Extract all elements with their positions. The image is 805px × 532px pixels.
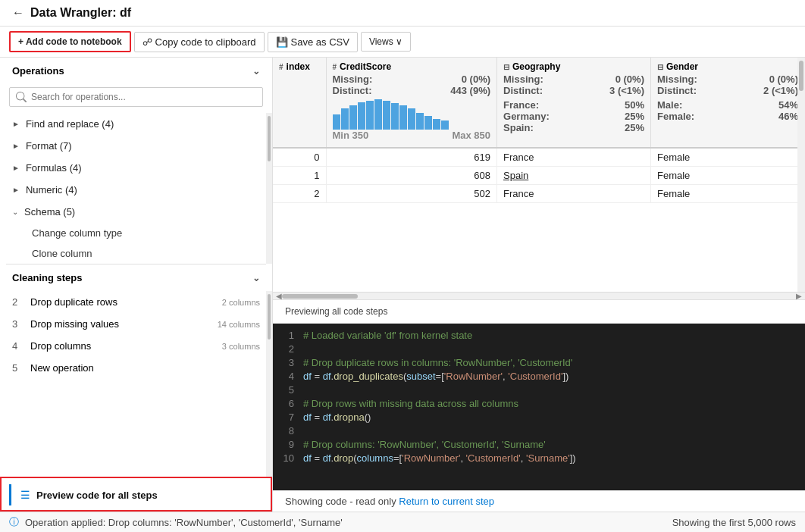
op-item-find-replace[interactable]: ► Find and replace (4) (0, 113, 272, 135)
op-item-format[interactable]: ► Format (7) (0, 135, 272, 157)
code-block: 1 # Loaded variable 'df' from kernel sta… (273, 324, 805, 490)
code-line-7: 7 df = df.dropna() (273, 412, 805, 425)
add-code-button[interactable]: + Add code to notebook (9, 31, 131, 52)
code-preview-header: Previewing all code steps (273, 300, 805, 324)
status-message: Operation applied: Drop columns: 'RowNum… (25, 517, 343, 528)
cleaning-list: 2 Drop duplicate rows 2 columns 3 Drop m… (0, 291, 272, 477)
line-num-10: 10 (273, 452, 303, 466)
h-scroll-right-btn[interactable]: ▶ (796, 292, 802, 300)
creditscore-chart (333, 99, 491, 130)
horizontal-scrollbar[interactable]: ◀ ▶ (273, 292, 805, 299)
cell-geo-0: France (497, 148, 651, 167)
cell-gender-1: Female (651, 167, 805, 185)
chevron-right-icon: ► (12, 186, 20, 194)
vertical-scrollbar[interactable] (797, 58, 805, 292)
line-num-6: 6 (273, 398, 303, 412)
code-line-3: 3 # Drop duplicate rows in columns: 'Row… (273, 357, 805, 371)
code-line-6: 6 # Drop rows with missing data across a… (273, 398, 805, 412)
grid-scroll-area[interactable]: #index #CreditScore Missing:0 (0%) Disti… (273, 58, 805, 292)
ops-search-area (0, 84, 272, 113)
code-footer-text: Showing code - read only (285, 496, 399, 507)
status-bar: ⓘ Operation applied: Drop columns: 'RowN… (0, 512, 805, 532)
cleaning-scroll-thumb[interactable] (268, 294, 271, 340)
operations-list: ► Find and replace (4) ► Format (7) ► Fo… (0, 113, 272, 264)
return-to-step-link[interactable]: Return to current step (399, 496, 494, 507)
op-item-schema[interactable]: ⌄ Schema (5) (0, 201, 272, 223)
bar (441, 120, 449, 130)
back-icon[interactable]: ← (12, 6, 24, 20)
right-panel: #index #CreditScore Missing:0 (0%) Disti… (273, 58, 805, 512)
operations-chevron[interactable]: ⌄ (252, 66, 260, 77)
bar (399, 105, 407, 130)
line-num-1: 1 (273, 330, 303, 343)
col-header-geography: ⊟Geography Missing:0 (0%) Distinct:3 (<1… (497, 58, 651, 148)
operations-label: Operations (12, 65, 64, 77)
line-num-9: 9 (273, 439, 303, 452)
op-subitem-change-column-type[interactable]: Change column type (0, 223, 272, 243)
table-row: 2 502 France Female (273, 185, 805, 203)
line-num-5: 5 (273, 384, 303, 398)
h-scroll-thumb[interactable] (282, 294, 358, 299)
col-header-gender: ⊟Gender Missing:0 (0%) Distinct:2 (<1%) … (651, 58, 805, 148)
col-header-creditscore: #CreditScore Missing:0 (0%) Distinct:443… (326, 58, 497, 148)
bar (333, 114, 340, 130)
preview-code-button[interactable]: ☰ Preview code for all steps (0, 477, 272, 512)
cleaning-item-1[interactable]: 3 Drop missing values 14 columns (0, 313, 272, 335)
bar (358, 102, 365, 130)
chevron-right-icon: ► (12, 164, 20, 172)
info-icon: ⓘ (9, 515, 19, 529)
code-line-2: 2 (273, 343, 805, 357)
cleaning-item-0[interactable]: 2 Drop duplicate rows 2 columns (0, 291, 272, 313)
search-input[interactable] (9, 87, 263, 107)
bar (341, 108, 349, 130)
op-item-formulas[interactable]: ► Formulas (4) (0, 157, 272, 179)
cell-index-0: 0 (273, 148, 326, 167)
op-subitem-clone-column[interactable]: Clone column (0, 243, 272, 264)
chevron-right-icon: ► (12, 120, 20, 128)
cell-geo-1[interactable]: Spain (497, 167, 651, 185)
chevron-right-icon: ► (12, 142, 20, 150)
left-accent (9, 484, 11, 505)
bar (374, 99, 382, 130)
cell-credit-2: 502 (326, 185, 497, 203)
title-bar: ← Data Wrangler: df (0, 0, 805, 27)
bar (366, 101, 374, 130)
h-scroll-left-btn[interactable]: ◀ (276, 292, 282, 300)
cleaning-chevron[interactable]: ⌄ (252, 273, 260, 283)
cleaning-item-3[interactable]: 5 New operation (0, 357, 272, 379)
data-grid-area: #index #CreditScore Missing:0 (0%) Disti… (273, 58, 805, 300)
line-num-8: 8 (273, 425, 303, 439)
preview-label: Preview code for all steps (36, 490, 158, 501)
main-area: Operations ⌄ ► Find and replace (4) ► Fo… (0, 58, 805, 512)
views-button[interactable]: Views ∨ (361, 32, 411, 52)
code-line-9: 9 # Drop columns: 'RowNumber', 'Customer… (273, 439, 805, 452)
ops-scroll-track[interactable] (266, 113, 272, 264)
toolbar: + Add code to notebook ☍ Copy code to cl… (0, 27, 805, 58)
bar (408, 108, 415, 130)
cleaning-scroll-track[interactable] (266, 291, 272, 477)
cell-index-1: 1 (273, 167, 326, 185)
cell-gender-0: Female (651, 148, 805, 167)
rows-info: Showing the first 5,000 rows (672, 517, 796, 528)
chevron-down-icon: ⌄ (12, 208, 18, 216)
cell-credit-0: 619 (326, 148, 497, 167)
save-csv-button[interactable]: 💾 Save as CSV (268, 32, 358, 52)
cleaning-item-2[interactable]: 4 Drop columns 3 columns (0, 335, 272, 357)
table-row: 1 608 Spain Female (273, 167, 805, 185)
operations-section-header: Operations ⌄ (0, 58, 272, 84)
op-item-numeric[interactable]: ► Numeric (4) (0, 179, 272, 201)
line-num-7: 7 (273, 412, 303, 425)
code-footer: Showing code - read only Return to curre… (273, 490, 805, 512)
line-num-4: 4 (273, 371, 303, 384)
cell-credit-1: 608 (326, 167, 497, 185)
code-area: Previewing all code steps 1 # Loaded var… (273, 300, 805, 512)
bar (416, 113, 424, 130)
v-scroll-thumb[interactable] (799, 61, 803, 91)
bar (349, 105, 357, 130)
save-icon: 💾 (276, 36, 288, 48)
left-panel: Operations ⌄ ► Find and replace (4) ► Fo… (0, 58, 273, 512)
copy-code-button[interactable]: ☍ Copy code to clipboard (134, 32, 265, 52)
page-title: Data Wrangler: df (30, 6, 131, 20)
ops-scroll-thumb[interactable] (268, 116, 271, 161)
code-line-4: 4 df = df.drop_duplicates(subset=['RowNu… (273, 371, 805, 384)
